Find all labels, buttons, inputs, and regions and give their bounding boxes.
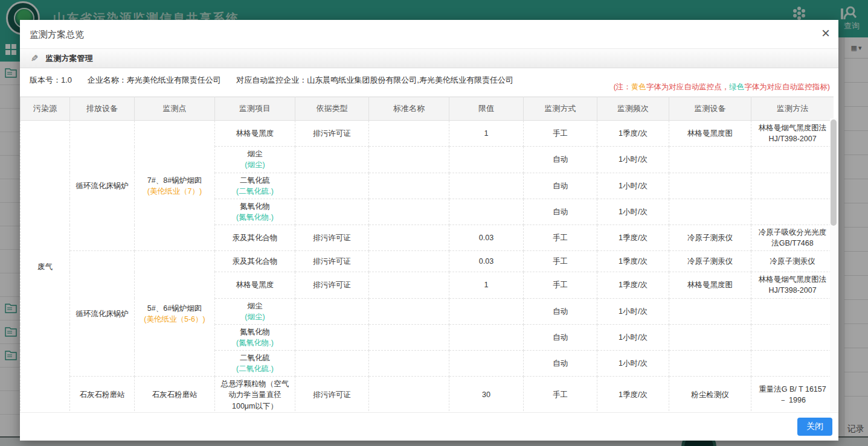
cell-basis	[295, 173, 369, 199]
col-standard: 标准名称	[369, 97, 449, 121]
section-bar: ✎ 监测方案管理	[20, 49, 838, 68]
cell-limit: 0.03	[449, 251, 524, 272]
table-row: 石灰石粉磨站 石灰石粉磨站 总悬浮颗粒物（空气动力学当量直径100μm以下） 排…	[21, 377, 834, 413]
cell-basis: 排污许可证	[295, 272, 369, 298]
col-basis: 依据类型	[295, 97, 369, 121]
col-device: 监测设备	[669, 97, 751, 121]
col-point: 监测点	[135, 97, 215, 121]
cell-freq: 1季度/次	[597, 377, 669, 413]
cell-method: 林格曼烟气黑度图法HJ/T398-2007	[751, 121, 834, 147]
cell-device: 冷原子测汞仪	[669, 251, 751, 272]
cell-method: 重量法G B/ T 16157 － 1996	[751, 377, 834, 413]
green-legend: 绿色	[729, 83, 744, 91]
cell-mode: 手工	[524, 121, 597, 147]
cell-item: 氮氧化物(氮氧化物.)	[215, 199, 295, 225]
cell-device: 林格曼黑度图	[669, 272, 751, 298]
cell-freq: 1小时/次	[597, 324, 669, 350]
cell-device: 林格曼黑度图	[669, 121, 751, 147]
cell-standard	[369, 225, 449, 251]
col-item: 监测项目	[215, 97, 295, 121]
table-header-row: 污染源 排放设备 监测点 监测项目 依据类型 标准名称 限值 监测方式 监测频次…	[21, 97, 834, 121]
cell-basis	[295, 147, 369, 173]
cell-point: 5#、6#锅炉烟囱 (美伦纸业（5-6）)	[135, 251, 215, 377]
cell-item: 汞及其化合物	[215, 225, 295, 251]
table-row: 废气 循环流化床锅炉 7#、8#锅炉烟囱 (美伦纸业（7）) 林格曼黑度 排污许…	[21, 121, 834, 147]
cell-device: 冷原子测汞仪	[669, 225, 751, 251]
modal-footer: 关闭	[20, 412, 838, 441]
vertical-scrollbar	[830, 118, 837, 412]
cell-device	[669, 324, 751, 350]
close-icon[interactable]: ×	[821, 26, 830, 40]
auto-point-label: (美伦纸业（5-6）)	[138, 314, 211, 325]
cell-basis: 排污许可证	[295, 225, 369, 251]
cell-basis: 排污许可证	[295, 377, 369, 413]
version-label: 版本号：1.0	[30, 75, 72, 84]
cell-freq: 1季度/次	[597, 225, 669, 251]
cell-limit	[449, 199, 524, 225]
cell-method: 林格曼烟气黑度图法HJ/T398-2007	[751, 272, 834, 298]
cell-mode: 自动	[524, 173, 597, 199]
cell-freq: 1季度/次	[597, 121, 669, 147]
cell-mode: 自动	[524, 199, 597, 225]
cell-method	[751, 199, 834, 225]
cell-mode: 自动	[524, 147, 597, 173]
cell-mode: 自动	[524, 298, 597, 324]
cell-mode: 自动	[524, 351, 597, 377]
cell-equipment: 循环流化床锅炉	[70, 121, 135, 251]
cell-basis	[295, 298, 369, 324]
cell-standard	[369, 377, 449, 413]
cell-mode: 手工	[524, 225, 597, 251]
col-freq: 监测频次	[597, 97, 669, 121]
cell-item: 二氧化硫(二氧化硫.)	[215, 351, 295, 377]
cell-item: 氮氧化物(氮氧化物.)	[215, 324, 295, 350]
cell-limit	[449, 324, 524, 350]
cell-freq: 1小时/次	[597, 298, 669, 324]
cell-standard	[369, 251, 449, 272]
col-pollutant: 污染源	[21, 97, 70, 121]
cell-method	[751, 147, 834, 173]
auto-indicator-label: (二氧化硫.)	[219, 186, 291, 197]
cell-pollutant: 废气	[21, 121, 70, 413]
cell-freq: 1季度/次	[597, 251, 669, 272]
cell-basis: 排污许可证	[295, 121, 369, 147]
cell-mode: 自动	[524, 324, 597, 350]
close-button[interactable]: 关闭	[797, 418, 832, 436]
scrollbar-thumb[interactable]	[831, 119, 837, 226]
auto-indicator-label: (氮氧化物.)	[219, 337, 291, 348]
cell-standard	[369, 147, 449, 173]
monitoring-table: 污染源 排放设备 监测点 监测项目 依据类型 标准名称 限值 监测方式 监测频次…	[20, 97, 834, 413]
info-row: 版本号：1.0 企业名称：寿光美伦纸业有限责任公司 对应自动监控企业：山东晨鸣纸…	[20, 68, 838, 97]
cell-device	[669, 298, 751, 324]
cell-point: 7#、8#锅炉烟囱 (美伦纸业（7）)	[135, 121, 215, 251]
cell-device	[669, 199, 751, 225]
cell-equipment: 石灰石粉磨站	[70, 377, 135, 413]
cell-method	[751, 324, 834, 350]
cell-device	[669, 173, 751, 199]
cell-method	[751, 298, 834, 324]
col-equipment: 排放设备	[70, 97, 135, 121]
cell-mode: 手工	[524, 272, 597, 298]
cell-freq: 1小时/次	[597, 351, 669, 377]
cell-device	[669, 147, 751, 173]
cell-basis	[295, 324, 369, 350]
auto-indicator-label: (烟尘)	[219, 311, 291, 322]
auto-indicator-label: (氮氧化物.)	[219, 212, 291, 223]
yellow-legend: 黄色	[631, 83, 646, 91]
cell-basis: 排污许可证	[295, 251, 369, 272]
cell-standard	[369, 121, 449, 147]
cell-method: 冷原子测汞仪	[751, 251, 834, 272]
company-label: 企业名称：寿光美伦纸业有限责任公司	[88, 75, 221, 84]
cell-freq: 1小时/次	[597, 199, 669, 225]
cell-device: 粉尘检测仪	[669, 377, 751, 413]
monitoring-plan-modal: 监测方案总览 × ✎ 监测方案管理 版本号：1.0 企业名称：寿光美伦纸业有限责…	[20, 20, 838, 441]
col-limit: 限值	[449, 97, 524, 121]
col-method: 监测方法	[751, 97, 834, 121]
cell-basis	[295, 199, 369, 225]
cell-limit: 30	[449, 377, 524, 413]
auto-indicator-label: (二氧化硫.)	[219, 363, 291, 374]
auto-point-label: (美伦纸业（7）)	[138, 186, 211, 197]
cell-equipment: 循环流化床锅炉	[70, 251, 135, 377]
cell-limit	[449, 147, 524, 173]
cell-item: 林格曼黑度	[215, 121, 295, 147]
cell-limit: 1	[449, 272, 524, 298]
